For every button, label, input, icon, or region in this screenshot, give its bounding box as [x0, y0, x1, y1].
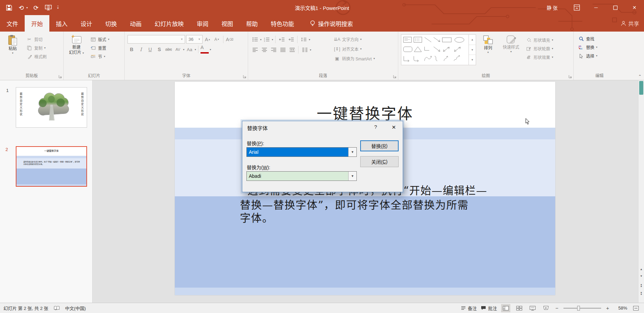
text-shadow-button[interactable]: S	[155, 45, 163, 54]
slide-sorter-view-button[interactable]	[514, 304, 524, 312]
text-direction-button[interactable]: ⇊A文字方向▾	[334, 35, 375, 43]
share-button[interactable]: 共享	[621, 15, 639, 32]
language-status[interactable]: 中文(中国)	[65, 305, 86, 311]
vertical-scrollbar[interactable]: ▲ ▼ ▲▲ ▼▼	[638, 80, 644, 303]
minimize-button[interactable]: ─	[586, 0, 606, 15]
fit-slide-to-window-button[interactable]	[631, 304, 641, 312]
align-left-button[interactable]	[251, 46, 259, 54]
increase-font-size-button[interactable]: A▲	[204, 35, 212, 44]
copy-button[interactable]: 复制▾	[25, 44, 48, 52]
close-button[interactable]: ✕	[625, 0, 644, 15]
slide-counter[interactable]: 幻灯片 第 2 张, 共 2 张	[3, 305, 48, 311]
replace-font-combobox[interactable]: Arial ▼	[246, 147, 357, 157]
zoom-in-button[interactable]: +	[605, 305, 610, 311]
zoom-slider-thumb[interactable]	[577, 306, 580, 311]
slide-2-thumbnail[interactable]: 一键替换字体 遇到需要变更全部字体时，执行“开始—编辑栏—替换—替换字体”，即可…	[16, 146, 87, 187]
decrease-font-size-button[interactable]: A▼	[213, 35, 221, 44]
font-size-combobox[interactable]: 36▼	[186, 35, 203, 44]
tab-animations[interactable]: 动画	[123, 15, 148, 32]
format-painter-button[interactable]: 格式刷	[25, 52, 48, 61]
maximize-button[interactable]	[606, 0, 625, 15]
slideshow-view-button[interactable]	[541, 304, 550, 312]
align-right-button[interactable]	[269, 46, 278, 54]
undo-dropdown-caret[interactable]: ▾	[26, 6, 28, 9]
shape-fill-button[interactable]: 形状填充▾	[524, 36, 555, 44]
notes-button[interactable]: 备注	[461, 305, 477, 311]
user-name[interactable]: 静 张	[547, 4, 558, 11]
increase-indent-button[interactable]	[287, 35, 295, 44]
previous-slide-button[interactable]: ▲▲	[639, 283, 644, 287]
section-button[interactable]: 节▾	[88, 52, 111, 61]
save-button[interactable]	[5, 3, 13, 12]
with-font-combobox[interactable]: Abadi ▼	[246, 171, 357, 181]
italic-button[interactable]: I	[137, 45, 145, 54]
zoom-slider[interactable]	[563, 308, 601, 309]
tab-transitions[interactable]: 切换	[99, 15, 123, 32]
layout-button[interactable]: 版式▾	[88, 35, 111, 44]
tab-slideshow[interactable]: 幻灯片放映	[148, 15, 190, 32]
align-center-button[interactable]	[260, 46, 268, 54]
columns-button[interactable]	[301, 46, 309, 54]
slide-body-line2[interactable]: 替换—替换字体”，即可将字体全部替换为所需	[240, 196, 469, 212]
proofing-status-icon[interactable]	[54, 306, 60, 310]
scroll-down-button[interactable]: ▼	[639, 275, 644, 278]
align-text-button[interactable]: [⇕]对齐文本▾	[334, 45, 375, 53]
slide-body-line3[interactable]: 字体。	[240, 209, 274, 225]
font-dialog-launcher[interactable]	[243, 75, 246, 78]
tab-help[interactable]: 帮助	[240, 15, 264, 32]
shapes-more-button[interactable]: ▼	[469, 55, 476, 65]
customize-qat-button[interactable]: ▾	[57, 6, 59, 10]
shapes-scroll-up[interactable]: ▲	[469, 35, 476, 45]
distribute-text-button[interactable]	[288, 46, 296, 54]
scrollbar-thumb[interactable]	[639, 81, 643, 95]
tab-file[interactable]: 文件	[0, 15, 25, 32]
bullets-button[interactable]	[251, 35, 259, 44]
normal-view-button[interactable]	[501, 304, 510, 312]
tab-insert[interactable]: 插入	[49, 15, 74, 32]
comments-button[interactable]: 批注	[481, 305, 497, 311]
redo-button[interactable]: ⟳	[32, 3, 40, 12]
close-dialog-button[interactable]: 关闭(C)	[360, 156, 399, 167]
start-slideshow-button[interactable]	[44, 3, 52, 12]
shapes-scroll-down[interactable]: ▼	[469, 45, 476, 55]
tab-review[interactable]: 审阅	[190, 15, 215, 32]
dialog-help-button[interactable]: ?	[372, 124, 379, 130]
paragraph-dialog-launcher[interactable]	[393, 75, 397, 78]
drawing-dialog-launcher[interactable]	[569, 75, 572, 78]
scroll-up-button[interactable]: ▲	[639, 268, 644, 271]
replace-font-dialog[interactable]: 替换字体 ? ✕ 替换(P): Arial ▼ 替换为(W): Abadi ▼ …	[242, 121, 403, 192]
tab-design[interactable]: 设计	[74, 15, 99, 32]
arrange-button[interactable]: 排列 ▾	[478, 34, 498, 72]
clear-formatting-button[interactable]: A⌫	[226, 35, 234, 44]
font-name-combobox[interactable]: ▼	[127, 35, 185, 44]
reset-button[interactable]: 重置	[88, 44, 111, 52]
tell-me-search[interactable]: 操作说明搜索	[310, 15, 353, 32]
tab-home[interactable]: 开始	[25, 15, 49, 32]
slide-1-thumbnail[interactable]: 裁剪自定义形状 裁剪自定义形状	[16, 87, 87, 128]
new-slide-button[interactable]: 新建 幻灯片 ▾	[66, 34, 86, 72]
dialog-close-button[interactable]: ✕	[389, 123, 399, 131]
replace-button[interactable]: abac替换▾	[576, 43, 599, 51]
strikethrough-button[interactable]: abc	[165, 45, 173, 54]
find-button[interactable]: 查找	[576, 34, 599, 43]
slide-thumbnail-panel[interactable]: 1 裁剪自定义形状 裁剪自定义形状	[0, 80, 93, 303]
numbering-button[interactable]: 123	[263, 35, 271, 44]
decrease-indent-button[interactable]	[278, 35, 286, 44]
bold-button[interactable]: B	[127, 45, 136, 54]
shape-outline-button[interactable]: 形状轮廓▾	[524, 44, 555, 53]
zoom-level[interactable]: 58%	[614, 305, 627, 311]
with-font-dropdown[interactable]: ▼	[348, 172, 356, 181]
justify-button[interactable]	[279, 46, 287, 54]
font-color-button[interactable]: A	[201, 45, 209, 54]
ribbon-display-options-button[interactable]	[567, 0, 586, 15]
cut-button[interactable]: ✂剪切	[25, 35, 48, 44]
shape-effects-button[interactable]: 形状效果▾	[524, 53, 555, 61]
underline-button[interactable]: U	[146, 45, 154, 54]
convert-smartart-button[interactable]: ▣转换为 SmartArt▾	[334, 55, 375, 62]
undo-button[interactable]: ⟲	[17, 3, 25, 12]
tab-view[interactable]: 视图	[215, 15, 240, 32]
slide-title[interactable]: 一键替换字体	[175, 102, 555, 124]
line-spacing-button[interactable]	[300, 35, 308, 44]
tab-special-features[interactable]: 特色功能	[264, 15, 301, 32]
zoom-out-button[interactable]: −	[555, 305, 559, 311]
